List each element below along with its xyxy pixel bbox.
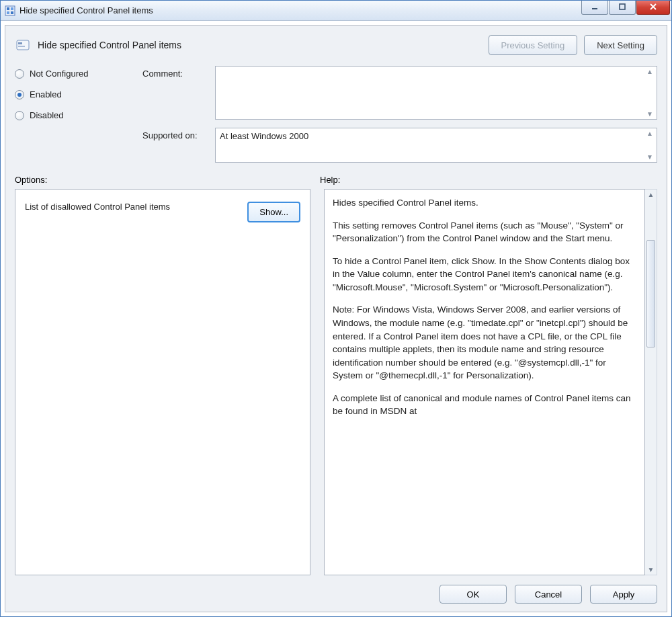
- state-radio-group: Not Configured Enabled Disabled: [15, 66, 129, 163]
- help-panel: Hides specified Control Panel items. Thi…: [324, 189, 645, 575]
- svg-rect-7: [17, 40, 29, 50]
- radio-not-configured[interactable]: Not Configured: [15, 69, 129, 79]
- dialog-footer: OK Cancel Apply: [15, 575, 657, 604]
- radio-label: Enabled: [30, 89, 62, 99]
- radio-icon: [15, 111, 24, 120]
- svg-rect-1: [7, 7, 9, 10]
- svg-rect-9: [18, 46, 25, 47]
- help-paragraph: Hides specified Control Panel items.: [333, 196, 636, 210]
- header-row: Hide specified Control Panel items Previ…: [15, 32, 657, 66]
- window-buttons: [581, 1, 671, 20]
- help-paragraph: To hide a Control Panel item, click Show…: [333, 255, 636, 294]
- apply-button[interactable]: Apply: [590, 585, 657, 604]
- minimize-button[interactable]: [581, 1, 608, 15]
- supported-label: Supported on:: [142, 128, 210, 140]
- close-icon: [649, 2, 657, 13]
- radio-label: Not Configured: [30, 69, 88, 79]
- policy-icon: [15, 37, 31, 53]
- show-button[interactable]: Show...: [247, 202, 300, 222]
- supported-value: At least Windows 2000: [220, 131, 308, 141]
- help-label: Help:: [320, 175, 657, 185]
- help-scrollbar[interactable]: ▲ ▼: [645, 189, 657, 575]
- dialog-window: Hide specified Control Panel items: [0, 0, 672, 617]
- scroll-up-icon: ▲: [648, 190, 655, 200]
- svg-rect-3: [7, 11, 9, 14]
- scroll-down-icon: ▼: [644, 110, 655, 118]
- scroll-track[interactable]: [645, 200, 657, 565]
- scrollbar[interactable]: ▲ ▼: [644, 68, 655, 118]
- scroll-down-icon: ▼: [648, 565, 655, 575]
- supported-on-box: At least Windows 2000 ▲ ▼: [215, 128, 657, 163]
- radio-enabled[interactable]: Enabled: [15, 89, 129, 99]
- help-wrap: Hides specified Control Panel items. Thi…: [324, 189, 657, 575]
- radio-label: Disabled: [30, 110, 64, 120]
- fields-column: Comment: ▲ ▼ Supported on: At least Wind…: [142, 66, 657, 163]
- comment-input[interactable]: ▲ ▼: [215, 66, 657, 120]
- scroll-down-icon: ▼: [644, 153, 655, 161]
- help-paragraph: A complete list of canonical and module …: [333, 392, 636, 418]
- lower-panels: List of disallowed Control Panel items S…: [15, 189, 657, 575]
- panel-labels: Options: Help:: [15, 175, 657, 185]
- app-icon: [5, 5, 15, 16]
- next-setting-button[interactable]: Next Setting: [584, 35, 657, 55]
- cancel-button[interactable]: Cancel: [515, 585, 582, 604]
- window-title: Hide specified Control Panel items: [19, 5, 581, 15]
- radio-disabled[interactable]: Disabled: [15, 110, 129, 120]
- page-title: Hide specified Control Panel items: [38, 40, 482, 50]
- options-panel: List of disallowed Control Panel items S…: [15, 189, 310, 575]
- svg-rect-2: [11, 7, 13, 10]
- maximize-icon: [618, 3, 626, 13]
- titlebar[interactable]: Hide specified Control Panel items: [1, 1, 671, 21]
- options-item-label: List of disallowed Control Panel items: [25, 202, 237, 212]
- svg-rect-5: [592, 8, 597, 9]
- minimize-icon: [591, 3, 599, 13]
- comment-label: Comment:: [142, 66, 210, 79]
- ok-button[interactable]: OK: [439, 585, 507, 604]
- scroll-up-icon: ▲: [644, 130, 655, 137]
- options-label: Options:: [15, 175, 320, 185]
- config-area: Not Configured Enabled Disabled Comment:…: [15, 66, 657, 163]
- maximize-button[interactable]: [609, 1, 636, 15]
- help-paragraph: Note: For Windows Vista, Windows Server …: [333, 303, 636, 382]
- svg-rect-8: [18, 42, 22, 44]
- scroll-thumb[interactable]: [646, 240, 655, 347]
- svg-rect-4: [11, 11, 13, 14]
- previous-setting-button[interactable]: Previous Setting: [489, 35, 578, 55]
- client-area: Hide specified Control Panel items Previ…: [5, 25, 667, 612]
- svg-rect-6: [620, 4, 625, 9]
- scrollbar[interactable]: ▲ ▼: [644, 130, 655, 161]
- close-button[interactable]: [636, 1, 670, 15]
- radio-icon: [15, 69, 24, 79]
- help-paragraph: This setting removes Control Panel items…: [333, 219, 636, 245]
- scroll-up-icon: ▲: [644, 68, 655, 75]
- radio-icon: [15, 90, 24, 99]
